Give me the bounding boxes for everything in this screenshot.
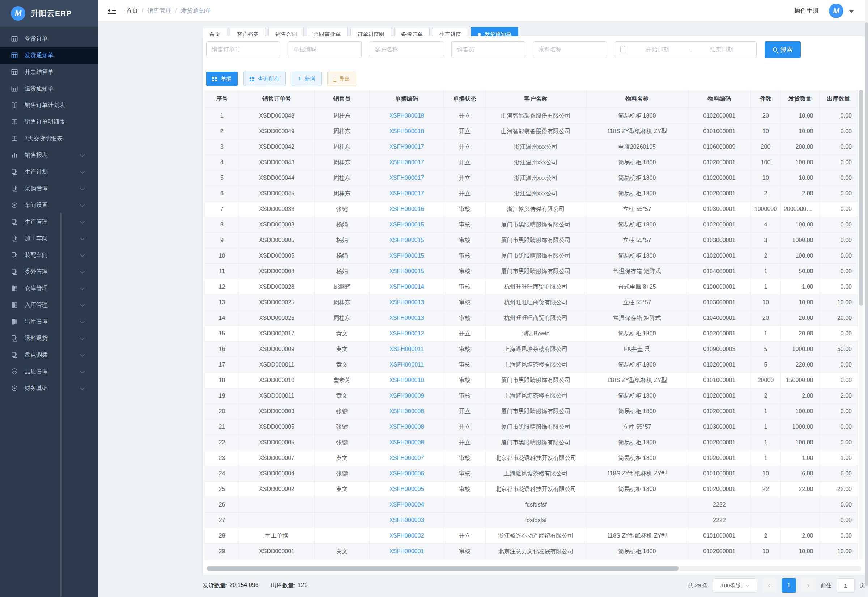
table-row[interactable]: 6XSDD000045周桂东XSFH000017开立浙江温州xxx公司简易机柜 … xyxy=(205,186,858,202)
sidebar-item-销售订单计划表[interactable]: 销售订单计划表 xyxy=(0,97,98,114)
doc-code-link[interactable]: XSFH000014 xyxy=(389,284,424,290)
add-button[interactable]: + 新增 xyxy=(292,72,321,86)
doc-code-link[interactable]: XSFH000006 xyxy=(389,470,424,477)
sidebar-item-生产管理[interactable]: 生产管理 xyxy=(0,214,98,230)
date-end-placeholder[interactable]: 结束日期 xyxy=(692,46,751,53)
doc-code-link[interactable]: XSFH000002 xyxy=(389,533,424,539)
breadcrumb-item[interactable]: 首页 xyxy=(126,6,138,15)
doc-code-link[interactable]: XSFH000009 xyxy=(389,392,424,399)
table-row[interactable]: 28手工单据XSFH000002开立浙江裕兴不动产经纪有限公司118S ZY型纸… xyxy=(205,528,858,544)
table-row[interactable]: 26XSFH000004fdsfdsfsf22220.00 xyxy=(205,497,858,513)
doc-code-link[interactable]: XSFH000005 xyxy=(389,486,424,492)
next-page-button[interactable]: › xyxy=(801,578,816,593)
doc-code-link[interactable]: XSFH000004 xyxy=(389,502,424,508)
breadcrumb-item[interactable]: 销售管理 xyxy=(147,6,172,15)
doc-code-link[interactable]: XSFH000017 xyxy=(389,144,424,150)
sidebar-item-盘点调拨[interactable]: 盘点调拨 xyxy=(0,347,98,363)
search-button[interactable]: 搜索 xyxy=(764,41,801,58)
user-menu-caret-icon[interactable] xyxy=(849,10,853,13)
table-row[interactable]: 22XSDD000005张键XSFH000008开立厦门市黑眼睛服饰有限公司简易… xyxy=(205,435,858,450)
doc-code-link[interactable]: XSFH000015 xyxy=(389,221,424,227)
sidebar-item-开票结算单[interactable]: 开票结算单 xyxy=(0,64,98,80)
table-row[interactable]: 25XSDD000002黄文XSFH000005审核北京都市花语科技开发有限公司… xyxy=(205,481,858,497)
doc-code-link[interactable]: XSFH000017 xyxy=(389,190,424,196)
sidebar-item-装配车间[interactable]: 装配车间 xyxy=(0,247,98,263)
table-row[interactable]: 18XSDD000010曹素芳XSFH000010审核厦门市黑眼睛服饰有限公司1… xyxy=(205,373,858,388)
filter-input-销售订单号[interactable] xyxy=(206,41,280,58)
prev-page-button[interactable]: ‹ xyxy=(762,578,776,593)
table-row[interactable]: 9XSDD000005杨娟XSFH000015审核厦门市黑眼睛服饰有限公司立柱 … xyxy=(205,233,858,248)
doc-code-link[interactable]: XSFH000017 xyxy=(389,175,424,181)
table-row[interactable]: 16XSDD000009黄文XSFH000011审核上海避风塘茶楼有限公司FK井… xyxy=(205,342,858,357)
collapse-menu-icon[interactable] xyxy=(108,7,116,14)
doc-code-link[interactable]: XSFH000010 xyxy=(389,377,424,383)
table-horizontal-scrollbar[interactable] xyxy=(206,566,862,571)
table-row[interactable]: 3XSDD000042周桂东XSFH000017开立浙江温州xxx公司电脑202… xyxy=(205,139,858,155)
sidebar-item-7天交货明细表[interactable]: 7天交货明细表 xyxy=(0,130,98,147)
query-all-button[interactable]: 查询所有 xyxy=(243,72,286,86)
table-row[interactable]: 17XSDD000011黄文XSFH000011审核上海避风塘茶楼有限公司简易机… xyxy=(205,357,858,373)
doc-code-link[interactable]: XSFH000016 xyxy=(389,206,424,212)
table-row[interactable]: 29XSDD000001黄文XSFH000001审核北京注意力文化发展有限公司简… xyxy=(205,544,858,559)
sidebar-item-仓库管理[interactable]: 仓库管理 xyxy=(0,280,98,297)
doc-code-link[interactable]: XSFH000011 xyxy=(390,361,424,368)
table-row[interactable]: 11XSDD000008杨娟XSFH000015审核厦门市黑眼睛服饰有限公司常温… xyxy=(205,264,858,279)
sidebar-item-销售报表[interactable]: 销售报表 xyxy=(0,147,98,163)
sidebar-item-出库管理[interactable]: 出库管理 xyxy=(0,313,98,330)
sidebar-item-入库管理[interactable]: 入库管理 xyxy=(0,297,98,313)
doc-code-link[interactable]: XSFH000003 xyxy=(389,517,424,523)
table-row[interactable]: 7XSDD000033张键XSFH000016审核浙江裕兴传媒有限公司立柱 55… xyxy=(205,202,858,217)
doc-code-link[interactable]: XSFH000008 xyxy=(389,424,424,430)
date-range-picker[interactable]: 开始日期 - 结束日期 xyxy=(615,41,757,58)
sidebar-item-退料退货[interactable]: 退料退货 xyxy=(0,330,98,347)
table-row[interactable]: 2XSDD000049周桂东XSFH000018开立山河智能装备股份有限公司11… xyxy=(205,124,858,139)
doc-code-link[interactable]: XSFH000018 xyxy=(389,128,424,134)
doc-code-link[interactable]: XSFH000008 xyxy=(389,439,424,446)
date-start-placeholder[interactable]: 开始日期 xyxy=(628,46,687,53)
sidebar-item-销售订单明细表[interactable]: 销售订单明细表 xyxy=(0,114,98,130)
help-manual-link[interactable]: 操作手册 xyxy=(794,6,819,15)
table-row[interactable]: 19XSDD000011黄文XSFH000009审核上海避风塘茶楼有限公司简易机… xyxy=(205,388,858,404)
doc-code-link[interactable]: XSFH000007 xyxy=(389,455,424,461)
page-size-select[interactable]: 100条/页 xyxy=(713,578,757,593)
export-button[interactable]: ↓ 导出 xyxy=(327,72,356,86)
sidebar-item-财务基础[interactable]: 财务基础 xyxy=(0,380,98,397)
table-row[interactable]: 20XSDD000003张键XSFH000008开立厦门市黑眼睛服饰有限公司简易… xyxy=(205,404,858,419)
filter-input-客户名称[interactable] xyxy=(370,41,443,58)
sidebar-item-采购管理[interactable]: 采购管理 xyxy=(0,180,98,197)
table-row[interactable]: 23XSDD000007黄文XSFH000007审核北京都市花语科技开发有限公司… xyxy=(205,450,858,466)
table-row[interactable]: 8XSDD000003杨娟XSFH000015审核厦门市黑眼睛服饰有限公司简易机… xyxy=(205,217,858,233)
doc-code-link[interactable]: XSFH000013 xyxy=(389,299,424,305)
table-row[interactable]: 10XSDD000005杨娟XSFH000015审核厦门市黑眼睛服饰有限公司简易… xyxy=(205,248,858,264)
sidebar-item-发货通知单[interactable]: 发货通知单 xyxy=(0,47,98,64)
current-page-button[interactable]: 1 xyxy=(782,578,796,593)
sidebar-item-备货订单[interactable]: 备货订单 xyxy=(0,30,98,47)
doc-code-link[interactable]: XSFH000018 xyxy=(389,113,424,119)
table-row[interactable]: 15XSDD000017黄文XSFH000012开立测试Bowin简易机柜 18… xyxy=(205,326,858,342)
doc-code-link[interactable]: XSFH000011 xyxy=(390,346,424,352)
table-row[interactable]: 13XSDD000025周桂东XSFH000013审核杭州旺旺旺商贸有限公司立柱… xyxy=(205,295,858,310)
sidebar-item-加工车间[interactable]: 加工车间 xyxy=(0,230,98,247)
goto-page-input[interactable] xyxy=(837,578,855,593)
filter-input-单据编码[interactable] xyxy=(288,41,362,58)
doc-code-link[interactable]: XSFH000015 xyxy=(389,268,424,274)
table-vertical-scrollbar[interactable] xyxy=(859,90,863,559)
sidebar-item-委外管理[interactable]: 委外管理 xyxy=(0,263,98,280)
sidebar-item-品质管理[interactable]: 品质管理 xyxy=(0,363,98,380)
doc-code-link[interactable]: XSFH000017 xyxy=(389,159,424,165)
sidebar-scrollbar[interactable] xyxy=(60,213,62,597)
filter-input-销售员[interactable] xyxy=(451,41,525,58)
doc-code-link[interactable]: XSFH000013 xyxy=(389,315,424,321)
table-row[interactable]: 24XSDD000004张键XSFH000006审核上海避风塘茶楼有限公司118… xyxy=(205,466,858,481)
docs-button[interactable]: 单据 xyxy=(206,72,238,86)
table-row[interactable]: 4XSDD000043周桂东XSFH000017开立浙江温州xxx公司简易机柜 … xyxy=(205,155,858,171)
doc-code-link[interactable]: XSFH000015 xyxy=(389,237,424,243)
doc-code-link[interactable]: XSFH000012 xyxy=(389,330,424,337)
filter-input-物料名称[interactable] xyxy=(533,41,607,58)
sidebar-item-退货通知单[interactable]: 退货通知单 xyxy=(0,80,98,97)
doc-code-link[interactable]: XSFH000008 xyxy=(389,408,424,414)
window-scrollbar[interactable] xyxy=(865,0,868,597)
table-row[interactable]: 27XSFH000003fdsfdsfsf22220.00 xyxy=(205,513,858,528)
table-row[interactable]: 1XSDD000048周桂东XSFH000018开立山河智能装备股份有限公司简易… xyxy=(205,108,858,124)
doc-code-link[interactable]: XSFH000015 xyxy=(389,252,424,259)
